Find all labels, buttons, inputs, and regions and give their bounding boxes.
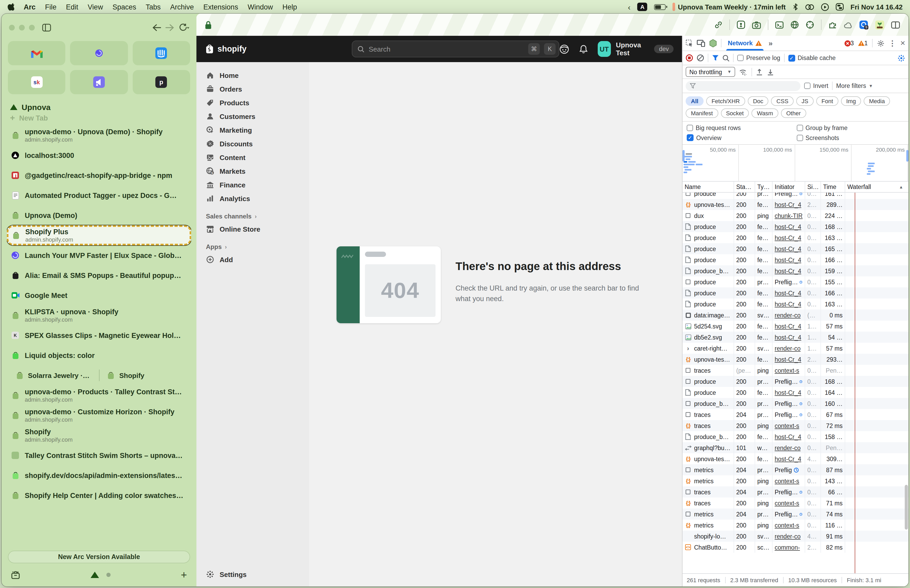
- list-item[interactable]: KSPEX Glasses Clips - Magnetic Eyewear H…: [7, 325, 191, 345]
- column-header-ty[interactable]: Ty…: [755, 182, 773, 192]
- admin-search-input[interactable]: Search ⌘ K: [352, 40, 559, 57]
- list-item[interactable]: @gadgetinc/react-shopify-app-bridge - np…: [7, 165, 191, 185]
- sales-channels-label[interactable]: Sales channels›: [200, 213, 305, 220]
- request-row[interactable]: produce200fe…host-Cr_40…163 …: [682, 299, 908, 310]
- request-row[interactable]: traces(pe…pingcontext-s0…Pen…: [682, 365, 908, 376]
- list-item[interactable]: Automated Product Tagger - upez Docs - G…: [7, 185, 191, 205]
- bluetooth-icon[interactable]: [792, 3, 798, 11]
- list-item[interactable]: Shopify Help Center | Adding color swatc…: [7, 485, 191, 506]
- onepassword-extension-icon[interactable]: 9: [860, 20, 868, 29]
- window-zoom-button[interactable]: [29, 24, 35, 30]
- window-minimize-button[interactable]: [19, 24, 25, 30]
- nav-item-markets[interactable]: $Markets: [200, 164, 305, 178]
- target-extension-icon[interactable]: [806, 21, 814, 29]
- menu-item-file[interactable]: File: [45, 3, 57, 11]
- menu-item-help[interactable]: Help: [282, 3, 297, 11]
- throttling-select[interactable]: No throttling▼: [686, 67, 735, 77]
- initiator-link[interactable]: host-Cr_4: [775, 301, 801, 307]
- option-screenshots[interactable]: Screenshots: [797, 134, 904, 141]
- device-toolbar-icon[interactable]: [697, 39, 705, 47]
- initiator-link[interactable]: context-s: [775, 522, 799, 528]
- nav-item-add[interactable]: Add: [200, 253, 305, 267]
- list-item[interactable]: Launch Your MVP Faster | Elux Space - Gl…: [7, 245, 191, 265]
- play-circle-icon[interactable]: [821, 3, 829, 11]
- menu-item-edit[interactable]: Edit: [66, 3, 78, 11]
- menu-app-name[interactable]: Arc: [24, 3, 36, 11]
- filter-chip-font[interactable]: Font: [816, 96, 838, 106]
- apple-menu-icon[interactable]: [7, 3, 14, 11]
- request-row[interactable]: {;}upnova-tes…200fe…host-Cr_44…309…: [682, 453, 908, 464]
- request-row[interactable]: {;}traces200pingcontext-s0…71 ms: [682, 498, 908, 509]
- initiator-link[interactable]: Preflig…: [775, 400, 798, 407]
- list-item[interactable]: upnova-demo · Products · Talley Contrast…: [7, 385, 191, 405]
- initiator-link[interactable]: common-: [775, 544, 800, 550]
- option-overview[interactable]: ✓Overview: [687, 134, 794, 141]
- initiator-link[interactable]: Preflig…: [775, 378, 798, 384]
- globe-extension-icon[interactable]: [790, 21, 799, 29]
- disable-cache-checkbox[interactable]: ✓Disable cache: [788, 55, 836, 61]
- filter-chip-socket[interactable]: Socket: [721, 108, 749, 118]
- request-row[interactable]: produce200fe…host-Cr_40…166 …: [682, 254, 908, 265]
- initiator-link[interactable]: host-Cr_4: [775, 201, 801, 208]
- initiator-link[interactable]: chunk-TIR: [775, 212, 803, 219]
- list-item[interactable]: Upnova (Demo): [7, 205, 191, 225]
- list-item[interactable]: Shopify: [102, 368, 187, 383]
- nav-item-settings[interactable]: Settings: [200, 567, 305, 581]
- import-har-icon[interactable]: [756, 68, 763, 76]
- menu-item-view[interactable]: View: [88, 3, 103, 11]
- request-row[interactable]: {;}upnova-tes…200fe…host-Cr_42…289…: [682, 199, 908, 210]
- request-row[interactable]: 5d254.svg200fe…host-Cr_41…57 ms: [682, 321, 908, 332]
- control-center-icon[interactable]: [836, 3, 844, 11]
- pinned-tab-mega[interactable]: [70, 70, 128, 94]
- request-row[interactable]: metrics204pr…Preflig 0…87 ms: [682, 464, 908, 475]
- initiator-link[interactable]: render-co: [775, 345, 800, 351]
- nav-item-analytics[interactable]: Analytics: [200, 192, 305, 205]
- network-overview-timeline[interactable]: 50,000 ms100,000 ms150,000 ms200,000 ms: [682, 145, 908, 182]
- request-row[interactable]: produce200pr…Preflig… 0…155 …: [682, 276, 908, 288]
- request-row[interactable]: produce200fe…host-Cr_40…165 …: [682, 243, 908, 254]
- list-item[interactable]: upnova-demo · Upnova (Demo) · Shopifyadm…: [7, 125, 191, 145]
- request-row[interactable]: dux200pingchunk-TIR0…224 …: [682, 210, 908, 221]
- filter-chip-all[interactable]: All: [686, 96, 703, 106]
- initiator-link[interactable]: Preflig…: [775, 279, 798, 285]
- initiator-link[interactable]: Preflig…: [775, 511, 798, 517]
- list-item[interactable]: KLIPSTA · upnova · Shopifyadmin.shopify.…: [7, 305, 191, 325]
- preserve-log-checkbox[interactable]: Preserve log: [737, 55, 780, 61]
- initiator-link[interactable]: render-co: [775, 533, 800, 539]
- initiator-link[interactable]: host-Cr_4: [775, 334, 801, 340]
- list-item[interactable]: Google Meet: [7, 285, 191, 305]
- space-switcher-dot[interactable]: [106, 573, 110, 577]
- devtools-kebab-menu[interactable]: ⋮: [889, 39, 896, 47]
- list-item[interactable]: Shopifyadmin.shopify.com: [7, 425, 191, 445]
- list-item[interactable]: localhost:3000: [7, 145, 191, 165]
- space-switcher-active[interactable]: [91, 572, 99, 578]
- initiator-link[interactable]: context-s: [775, 367, 799, 373]
- menubar-chevron-left-icon[interactable]: ‹: [628, 2, 630, 11]
- initiator-link[interactable]: context-s: [775, 422, 799, 429]
- flower-extension-icon[interactable]: [737, 21, 745, 29]
- filter-chip-fetchxhr[interactable]: Fetch/XHR: [706, 96, 745, 106]
- menu-item-window[interactable]: Window: [247, 3, 273, 11]
- sidekick-icon[interactable]: [559, 44, 569, 54]
- nav-item-orders[interactable]: Orders: [200, 82, 305, 96]
- pinned-tab-intercom[interactable]: [133, 41, 190, 65]
- initiator-link[interactable]: context-s: [775, 478, 799, 484]
- menu-item-extensions[interactable]: Extensions: [203, 3, 238, 11]
- initiator-link[interactable]: host-Cr_4: [775, 234, 801, 241]
- menu-item-tabs[interactable]: Tabs: [145, 3, 161, 11]
- initiator-link[interactable]: host-Cr_4: [775, 257, 801, 263]
- filter-chip-js[interactable]: JS: [796, 96, 814, 106]
- request-row[interactable]: data:image…200sv…render-co(…0 ms: [682, 310, 908, 321]
- nodejs-icon[interactable]: [709, 39, 717, 48]
- request-row[interactable]: produce200fe…host-Cr_40…166 …: [682, 288, 908, 299]
- initiator-link[interactable]: host-Cr_4: [775, 223, 801, 230]
- filter-chip-img[interactable]: Img: [841, 96, 861, 106]
- console-warnings-icon[interactable]: 1: [858, 40, 868, 46]
- request-row[interactable]: {;}metrics200pingcontext-s0…116 …: [682, 520, 908, 531]
- nav-item-home[interactable]: Home: [200, 68, 305, 82]
- initiator-link[interactable]: Preflig…: [775, 489, 798, 495]
- export-har-icon[interactable]: [767, 68, 774, 76]
- camera-extension-icon[interactable]: [752, 21, 761, 29]
- request-row[interactable]: {;}metrics200pingcontext-s0…143 …: [682, 475, 908, 486]
- request-row[interactable]: {;}upnova-tes…200fe…host-Cr_42…293…: [682, 354, 908, 365]
